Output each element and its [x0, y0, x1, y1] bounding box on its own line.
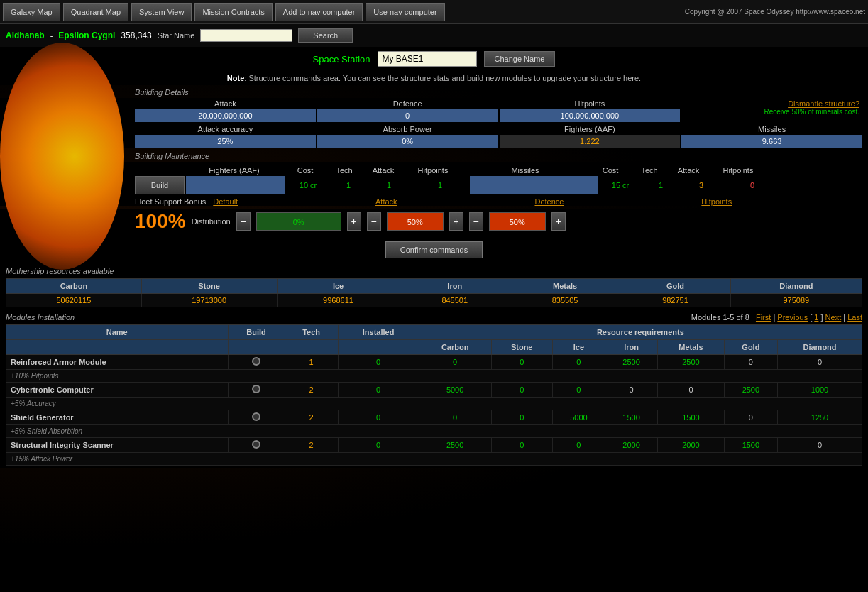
module-gold-3: 1500 — [724, 438, 777, 453]
top-nav: Galaxy Map Quadrant Map System View Miss… — [0, 0, 868, 24]
resources-area: Mothership resources available Carbon St… — [0, 264, 868, 310]
next-page-link[interactable]: Next — [825, 313, 842, 322]
hitpoints-plus-button[interactable]: + — [551, 212, 566, 231]
module-build-0[interactable] — [228, 355, 285, 370]
quadrant-map-button[interactable]: Quadrant Map — [63, 3, 128, 21]
defence-minus-button[interactable]: − — [367, 212, 381, 231]
change-name-button[interactable]: Change Name — [484, 51, 556, 67]
note-bar: Note: Structure commands area. You can s… — [0, 71, 868, 85]
current-page[interactable]: 1 — [814, 313, 818, 322]
missiles-stat: Missiles 9.663 — [681, 124, 862, 148]
last-page-link[interactable]: Last — [847, 313, 862, 322]
maintenance-area: Fighters (AAF) Cost Tech Attack Hitpoint… — [0, 162, 868, 194]
module-ice-1: 0 — [552, 383, 605, 398]
galaxy-map-button[interactable]: Galaxy Map — [3, 3, 60, 21]
defence-stat: Defence 0 — [317, 98, 498, 122]
defence-dist-bar: 50% — [387, 212, 444, 231]
ice-header: Ice — [277, 279, 400, 294]
defence-plus-button[interactable]: + — [449, 212, 463, 231]
prev-page-link[interactable]: Previous — [777, 313, 808, 322]
module-radio-0[interactable] — [252, 357, 260, 366]
table-row: Structural Integrity Scanner 2 0 2500 0 … — [6, 438, 862, 453]
confirm-area: Confirm commands — [0, 236, 868, 264]
table-row: Cybertronic Computer 2 0 5000 0 0 0 0 25… — [6, 383, 862, 398]
attack-minus-button[interactable]: − — [236, 212, 251, 231]
module-build-1[interactable] — [228, 383, 285, 398]
module-build-2[interactable] — [228, 410, 285, 425]
location-system: Epsilon Cygni — [58, 31, 115, 40]
build-button[interactable]: Build — [135, 176, 185, 194]
module-radio-1[interactable] — [252, 385, 260, 393]
fighters-input[interactable] — [186, 176, 285, 194]
missiles-attack-val: 3 — [680, 176, 723, 194]
fighters-aaf-stat: Fighters (AAF) 1.222 — [500, 124, 681, 148]
dismantle-link[interactable]: Dismantle structure? — [684, 99, 859, 108]
station-name-input[interactable] — [378, 51, 477, 67]
hitpoints2-header: Hitpoints — [710, 166, 767, 175]
module-metals-2: 1500 — [658, 410, 725, 425]
tech2-header: Tech — [632, 166, 667, 175]
modules-count: Modules 1-5 of 8 — [691, 313, 749, 322]
table-row: Shield Generator 2 0 0 0 5000 1500 1500 … — [6, 410, 862, 425]
distribution-label: Distribution — [192, 217, 231, 226]
metals-sub-header: Metals — [658, 340, 725, 355]
note-key: Note — [227, 74, 244, 82]
tech-col-header: Tech — [285, 325, 338, 340]
missiles-value: 9.663 — [681, 135, 862, 148]
fighters-tech-val: 1 — [331, 176, 366, 194]
hitpoints-minus-button[interactable]: − — [469, 212, 483, 231]
table-row: Reinforced Armor Module 1 0 0 0 0 2500 2… — [6, 355, 862, 370]
module-carbon-0: 0 — [419, 355, 491, 370]
module-iron-2: 1500 — [605, 410, 658, 425]
attack-dist-link[interactable]: Attack — [375, 197, 397, 206]
fighters-aaf-label: Fighters (AAF) — [500, 124, 681, 135]
resource-sub-header: Carbon Stone Ice Iron Metals Gold Diamon… — [6, 340, 862, 355]
module-radio-3[interactable] — [252, 440, 260, 449]
iron-value: 845501 — [400, 294, 510, 307]
modules-area: Modules Installation Modules 1-5 of 8 Fi… — [0, 310, 868, 468]
dismantle-cell: Dismantle structure? Receive 50% of mine… — [681, 98, 862, 122]
first-page-link[interactable]: First — [756, 313, 771, 322]
cost-header: Cost — [284, 166, 326, 175]
star-name-input[interactable] — [200, 29, 292, 42]
stone-header: Stone — [141, 279, 277, 294]
module-build-3[interactable] — [228, 438, 285, 453]
attack-plus-button[interactable]: + — [347, 212, 361, 231]
name-col-header: Name — [6, 325, 229, 340]
station-row: Space Station Change Name — [0, 47, 868, 71]
module-gold-1: 2500 — [724, 383, 777, 398]
diamond-header: Diamond — [730, 279, 862, 294]
attack-stat: Attack 20.000.000.000 — [135, 98, 316, 122]
module-name-1: Cybertronic Computer — [6, 383, 229, 398]
system-view-button[interactable]: System View — [131, 3, 192, 21]
defence-dist-link[interactable]: Defence — [534, 197, 564, 206]
missiles-input[interactable] — [470, 176, 598, 194]
default-link[interactable]: Default — [213, 197, 238, 206]
gold-value: 982751 — [620, 294, 730, 307]
stone-sub-header: Stone — [491, 340, 552, 355]
module-sub-1: +5% Accuracy — [6, 398, 862, 410]
note-text: : Structure commands area. You can see t… — [244, 74, 641, 82]
confirm-commands-button[interactable]: Confirm commands — [385, 241, 483, 258]
modules-pagination: Modules 1-5 of 8 First | Previous [ 1 ] … — [691, 313, 862, 322]
module-radio-2[interactable] — [252, 412, 260, 421]
module-ice-2: 5000 — [552, 410, 605, 425]
module-installed-3: 0 — [338, 438, 419, 453]
attack-accuracy-label: Attack accuracy — [135, 124, 316, 135]
module-ice-3: 0 — [552, 438, 605, 453]
fighters-hp-val: 1 — [412, 176, 468, 194]
attack-label: Attack — [135, 98, 316, 109]
attack-value: 20.000.000.000 — [135, 109, 316, 122]
list-item: +5% Shield Absorbtion — [6, 425, 862, 438]
hitpoints-dist-link[interactable]: Hitpoints — [701, 197, 732, 206]
search-button[interactable]: Search — [298, 28, 353, 43]
add-nav-computer-button[interactable]: Add to nav computer — [275, 3, 363, 21]
module-tech-2: 2 — [285, 410, 338, 425]
module-iron-0: 2500 — [605, 355, 658, 370]
attack2-header: Attack — [667, 166, 710, 175]
missiles-label: Missiles — [681, 124, 862, 135]
absorb-power-stat: Absorb Power 0% — [317, 124, 498, 148]
module-metals-3: 2000 — [658, 438, 725, 453]
mission-contracts-button[interactable]: Mission Contracts — [194, 3, 272, 21]
use-nav-computer-button[interactable]: Use nav computer — [366, 3, 444, 21]
